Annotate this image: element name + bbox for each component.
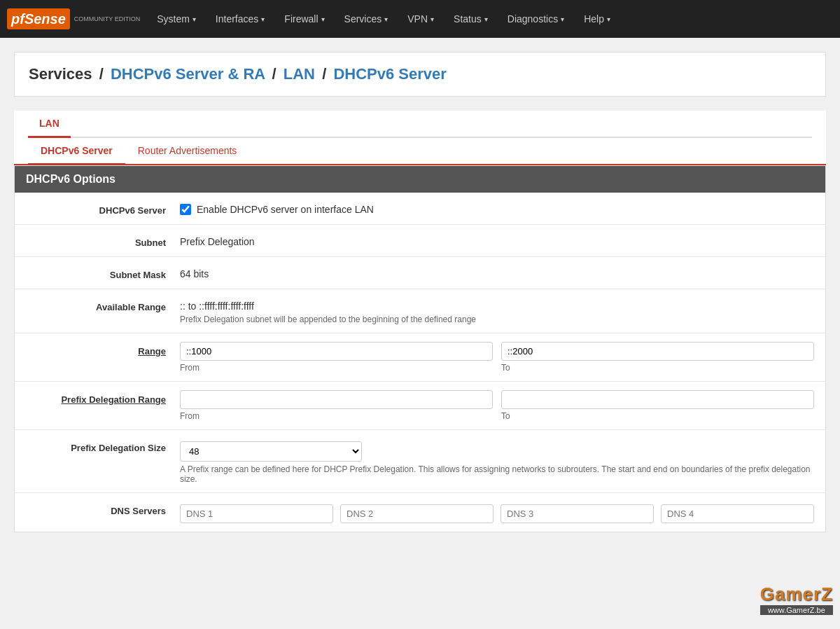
range-to-input[interactable] (501, 342, 814, 361)
bc-lan[interactable]: LAN (284, 65, 315, 83)
subnet-mask-label: Subnet Mask (26, 265, 180, 280)
dhcpv6-options-section: DHCPv6 Options DHCPv6 Server Enable DHCP… (14, 165, 826, 532)
dns-servers-value (180, 502, 814, 523)
dns-servers-row: DNS Servers (15, 493, 825, 532)
subtab-router-advertisements[interactable]: Router Advertisements (125, 138, 250, 164)
caret-icon: ▾ (430, 15, 434, 23)
subnet-mask-value: 64 bits (180, 265, 814, 279)
prefix-to-label: To (501, 411, 814, 421)
dhcpv6-enable-label: Enable DHCPv6 server on interface LAN (197, 204, 374, 215)
range-row: Range From To (15, 333, 825, 382)
lan-tab-outer: LAN (14, 111, 826, 138)
nav-interfaces[interactable]: Interfaces ▾ (206, 0, 274, 38)
nav-status[interactable]: Status ▾ (444, 0, 498, 38)
dhcpv6-server-value: Enable DHCPv6 server on interface LAN (180, 201, 814, 215)
subnet-label: Subnet (26, 233, 180, 248)
prefix-delegation-range-row: Prefix Delegation Range From To (15, 382, 825, 430)
subnet-mask-row: Subnet Mask 64 bits (15, 257, 825, 289)
prefix-from-input[interactable] (180, 390, 493, 409)
dhcpv6-enable-checkbox-row: Enable DHCPv6 server on interface LAN (180, 204, 814, 215)
range-to-field: To (501, 342, 814, 373)
available-range-row: Available Range :: to ::ffff:ffff:ffff:f… (15, 289, 825, 333)
subtab-dhcpv6-server[interactable]: DHCPv6 Server (28, 138, 125, 165)
caret-icon: ▾ (321, 15, 325, 23)
nav-help[interactable]: Help ▾ (574, 0, 620, 38)
caret-icon: ▾ (384, 15, 388, 23)
subnet-row: Subnet Prefix Delegation (15, 225, 825, 257)
dns4-input[interactable] (661, 504, 814, 523)
section-header: DHCPv6 Options (15, 166, 825, 193)
bc-services: Services (29, 65, 92, 83)
tab-lan[interactable]: LAN (28, 111, 71, 138)
dhcpv6-server-label: DHCPv6 Server (26, 201, 180, 216)
nav-system[interactable]: System ▾ (147, 0, 206, 38)
dns3-input[interactable] (500, 504, 654, 523)
bc-dhcpv6-server[interactable]: DHCPv6 Server (333, 65, 446, 83)
range-from-input[interactable] (180, 342, 493, 361)
nav-services[interactable]: Services ▾ (335, 0, 398, 38)
prefix-to-input[interactable] (501, 390, 814, 409)
available-range-value: :: to ::ffff:ffff:ffff:ffff Prefix Deleg… (180, 298, 814, 324)
prefix-from-field: From (180, 390, 493, 421)
subnet-value: Prefix Delegation (180, 233, 814, 247)
nav-vpn[interactable]: VPN ▾ (398, 0, 444, 38)
prefix-delegation-size-value: 48 52 56 60 64 A Prefix range can be def… (180, 438, 814, 484)
dns1-input[interactable] (180, 504, 333, 523)
pfsense-logo: pfSense (7, 8, 70, 29)
dns-inputs-group (180, 504, 814, 523)
prefix-to-field: To (501, 390, 814, 421)
caret-icon: ▾ (607, 15, 610, 23)
caret-icon: ▾ (561, 15, 564, 23)
prefix-from-label: From (180, 411, 493, 421)
caret-icon: ▾ (261, 15, 265, 23)
prefix-range-inputs: From To (180, 390, 814, 421)
brand-logo[interactable]: pfSense COMMUNITY EDITION (7, 8, 140, 29)
range-label: Range (26, 342, 180, 357)
lan-tab-row: LAN (28, 111, 812, 138)
prefix-delegation-size-select[interactable]: 48 52 56 60 64 (180, 441, 362, 462)
prefix-delegation-size-label: Prefix Delegation Size (26, 438, 180, 453)
dns-servers-label: DNS Servers (26, 502, 180, 516)
prefix-delegation-range-label: Prefix Delegation Range (26, 390, 180, 405)
available-range-subtext: Prefix Delegation subnet will be appende… (180, 314, 814, 324)
available-range-label: Available Range (26, 298, 180, 312)
nav-diagnostics[interactable]: Diagnostics ▾ (498, 0, 574, 38)
bc-dhcpv6-ra[interactable]: DHCPv6 Server & RA (111, 65, 265, 83)
edition-label: COMMUNITY EDITION (74, 15, 140, 23)
page-content: Services / DHCPv6 Server & RA / LAN / DH… (0, 38, 840, 532)
range-inputs: From To (180, 342, 814, 373)
prefix-delegation-size-row: Prefix Delegation Size 48 52 56 60 64 A … (15, 430, 825, 493)
caret-icon: ▾ (192, 15, 196, 23)
dns2-input[interactable] (340, 504, 493, 523)
range-to-label: To (501, 363, 814, 373)
navbar: pfSense COMMUNITY EDITION System ▾ Inter… (0, 0, 840, 38)
dhcpv6-server-row: DHCPv6 Server Enable DHCPv6 server on in… (15, 193, 825, 225)
breadcrumb-bar: Services / DHCPv6 Server & RA / LAN / DH… (14, 52, 826, 97)
available-range-text: :: to ::ffff:ffff:ffff:ffff (180, 300, 814, 312)
dhcpv6-enable-checkbox[interactable] (180, 204, 191, 215)
range-from-label: From (180, 363, 493, 373)
subtabs-row: DHCPv6 Server Router Advertisements (14, 138, 826, 165)
breadcrumb: Services / DHCPv6 Server & RA / LAN / DH… (29, 65, 447, 83)
nav-firewall[interactable]: Firewall ▾ (274, 0, 334, 38)
range-from-field: From (180, 342, 493, 373)
prefix-delegation-size-subtext: A Prefix range can be defined here for D… (180, 464, 814, 484)
caret-icon: ▾ (484, 15, 488, 23)
